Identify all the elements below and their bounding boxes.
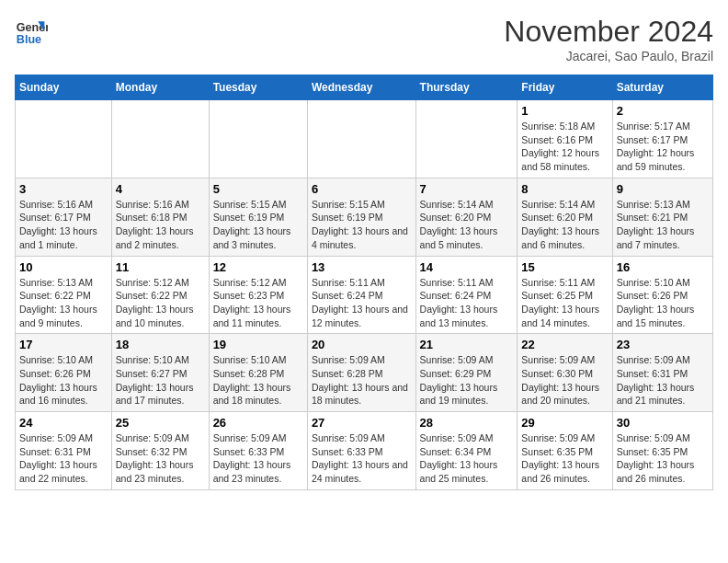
calendar-table: SundayMondayTuesdayWednesdayThursdayFrid… bbox=[15, 75, 713, 490]
day-cell: 8Sunrise: 5:14 AM Sunset: 6:20 PM Daylig… bbox=[518, 178, 612, 256]
col-header-saturday: Saturday bbox=[612, 75, 712, 100]
day-number: 28 bbox=[420, 416, 514, 430]
day-cell: 3Sunrise: 5:16 AM Sunset: 6:17 PM Daylig… bbox=[16, 178, 112, 256]
day-info: Sunrise: 5:14 AM Sunset: 6:20 PM Dayligh… bbox=[420, 198, 514, 252]
day-number: 30 bbox=[617, 416, 709, 430]
day-cell: 13Sunrise: 5:11 AM Sunset: 6:24 PM Dayli… bbox=[307, 256, 415, 334]
day-number: 1 bbox=[521, 104, 608, 118]
day-cell bbox=[209, 100, 307, 178]
day-cell: 28Sunrise: 5:09 AM Sunset: 6:34 PM Dayli… bbox=[415, 412, 518, 490]
day-number: 24 bbox=[19, 416, 108, 430]
day-number: 26 bbox=[213, 416, 303, 430]
day-info: Sunrise: 5:10 AM Sunset: 6:26 PM Dayligh… bbox=[19, 353, 108, 408]
day-number: 21 bbox=[420, 338, 514, 351]
day-cell: 29Sunrise: 5:09 AM Sunset: 6:35 PM Dayli… bbox=[518, 412, 612, 490]
day-info: Sunrise: 5:10 AM Sunset: 6:26 PM Dayligh… bbox=[617, 276, 709, 330]
day-info: Sunrise: 5:09 AM Sunset: 6:28 PM Dayligh… bbox=[312, 353, 412, 408]
day-number: 11 bbox=[116, 260, 205, 274]
day-info: Sunrise: 5:11 AM Sunset: 6:25 PM Dayligh… bbox=[521, 276, 608, 330]
day-cell: 25Sunrise: 5:09 AM Sunset: 6:32 PM Dayli… bbox=[111, 412, 209, 490]
day-cell: 5Sunrise: 5:15 AM Sunset: 6:19 PM Daylig… bbox=[209, 178, 307, 256]
day-cell: 15Sunrise: 5:11 AM Sunset: 6:25 PM Dayli… bbox=[518, 256, 612, 334]
day-number: 3 bbox=[19, 182, 108, 196]
calendar-body: 1Sunrise: 5:18 AM Sunset: 6:16 PM Daylig… bbox=[16, 100, 713, 490]
day-number: 12 bbox=[213, 260, 303, 274]
day-number: 23 bbox=[617, 338, 709, 351]
day-cell: 20Sunrise: 5:09 AM Sunset: 6:28 PM Dayli… bbox=[307, 334, 415, 412]
day-cell: 9Sunrise: 5:13 AM Sunset: 6:21 PM Daylig… bbox=[612, 178, 712, 256]
col-header-friday: Friday bbox=[518, 75, 612, 100]
calendar-header-row: SundayMondayTuesdayWednesdayThursdayFrid… bbox=[16, 75, 713, 100]
day-info: Sunrise: 5:18 AM Sunset: 6:16 PM Dayligh… bbox=[521, 120, 608, 174]
location-subtitle: Jacarei, Sao Paulo, Brazil bbox=[504, 49, 713, 63]
day-number: 25 bbox=[116, 416, 205, 430]
day-number: 20 bbox=[312, 338, 412, 351]
week-row-2: 10Sunrise: 5:13 AM Sunset: 6:22 PM Dayli… bbox=[16, 256, 713, 334]
day-cell: 24Sunrise: 5:09 AM Sunset: 6:31 PM Dayli… bbox=[16, 412, 112, 490]
day-cell: 30Sunrise: 5:09 AM Sunset: 6:35 PM Dayli… bbox=[612, 412, 712, 490]
month-title: November 2024 bbox=[504, 15, 713, 49]
day-info: Sunrise: 5:12 AM Sunset: 6:22 PM Dayligh… bbox=[116, 276, 205, 330]
day-info: Sunrise: 5:10 AM Sunset: 6:28 PM Dayligh… bbox=[213, 353, 303, 408]
day-cell: 19Sunrise: 5:10 AM Sunset: 6:28 PM Dayli… bbox=[209, 334, 307, 412]
day-info: Sunrise: 5:15 AM Sunset: 6:19 PM Dayligh… bbox=[312, 198, 412, 252]
col-header-tuesday: Tuesday bbox=[209, 75, 307, 100]
day-cell: 26Sunrise: 5:09 AM Sunset: 6:33 PM Dayli… bbox=[209, 412, 307, 490]
day-info: Sunrise: 5:10 AM Sunset: 6:27 PM Dayligh… bbox=[116, 353, 205, 408]
day-number: 27 bbox=[312, 416, 412, 430]
week-row-3: 17Sunrise: 5:10 AM Sunset: 6:26 PM Dayli… bbox=[16, 334, 713, 412]
day-info: Sunrise: 5:09 AM Sunset: 6:31 PM Dayligh… bbox=[617, 353, 709, 408]
day-cell: 6Sunrise: 5:15 AM Sunset: 6:19 PM Daylig… bbox=[307, 178, 415, 256]
day-number: 19 bbox=[213, 338, 303, 351]
day-number: 7 bbox=[420, 182, 514, 196]
day-info: Sunrise: 5:09 AM Sunset: 6:34 PM Dayligh… bbox=[420, 431, 514, 486]
logo: General Blue bbox=[15, 15, 48, 48]
col-header-wednesday: Wednesday bbox=[307, 75, 415, 100]
day-cell bbox=[16, 100, 112, 178]
day-number: 4 bbox=[116, 182, 205, 196]
day-cell bbox=[415, 100, 518, 178]
day-number: 10 bbox=[19, 260, 108, 274]
week-row-1: 3Sunrise: 5:16 AM Sunset: 6:17 PM Daylig… bbox=[16, 178, 713, 256]
day-cell: 2Sunrise: 5:17 AM Sunset: 6:17 PM Daylig… bbox=[612, 100, 712, 178]
day-number: 14 bbox=[420, 260, 514, 274]
day-cell bbox=[111, 100, 209, 178]
day-info: Sunrise: 5:15 AM Sunset: 6:19 PM Dayligh… bbox=[213, 198, 303, 252]
day-info: Sunrise: 5:13 AM Sunset: 6:22 PM Dayligh… bbox=[19, 276, 108, 330]
day-info: Sunrise: 5:09 AM Sunset: 6:29 PM Dayligh… bbox=[420, 353, 514, 408]
day-cell: 27Sunrise: 5:09 AM Sunset: 6:33 PM Dayli… bbox=[307, 412, 415, 490]
day-cell: 16Sunrise: 5:10 AM Sunset: 6:26 PM Dayli… bbox=[612, 256, 712, 334]
day-info: Sunrise: 5:11 AM Sunset: 6:24 PM Dayligh… bbox=[312, 276, 412, 330]
col-header-monday: Monday bbox=[111, 75, 209, 100]
day-number: 9 bbox=[617, 182, 709, 196]
day-info: Sunrise: 5:09 AM Sunset: 6:33 PM Dayligh… bbox=[213, 431, 303, 486]
day-info: Sunrise: 5:17 AM Sunset: 6:17 PM Dayligh… bbox=[617, 120, 709, 174]
day-cell: 14Sunrise: 5:11 AM Sunset: 6:24 PM Dayli… bbox=[415, 256, 518, 334]
day-info: Sunrise: 5:13 AM Sunset: 6:21 PM Dayligh… bbox=[617, 198, 709, 252]
day-number: 13 bbox=[312, 260, 412, 274]
day-info: Sunrise: 5:09 AM Sunset: 6:31 PM Dayligh… bbox=[19, 431, 108, 486]
day-info: Sunrise: 5:16 AM Sunset: 6:17 PM Dayligh… bbox=[19, 198, 108, 252]
day-number: 29 bbox=[521, 416, 608, 430]
day-cell: 21Sunrise: 5:09 AM Sunset: 6:29 PM Dayli… bbox=[415, 334, 518, 412]
day-number: 16 bbox=[617, 260, 709, 274]
day-info: Sunrise: 5:09 AM Sunset: 6:35 PM Dayligh… bbox=[521, 431, 608, 486]
week-row-0: 1Sunrise: 5:18 AM Sunset: 6:16 PM Daylig… bbox=[16, 100, 713, 178]
day-info: Sunrise: 5:12 AM Sunset: 6:23 PM Dayligh… bbox=[213, 276, 303, 330]
header: General Blue November 2024 Jacarei, Sao … bbox=[15, 15, 713, 63]
day-cell: 1Sunrise: 5:18 AM Sunset: 6:16 PM Daylig… bbox=[518, 100, 612, 178]
day-cell: 22Sunrise: 5:09 AM Sunset: 6:30 PM Dayli… bbox=[518, 334, 612, 412]
svg-text:Blue: Blue bbox=[17, 33, 41, 46]
day-info: Sunrise: 5:14 AM Sunset: 6:20 PM Dayligh… bbox=[521, 198, 608, 252]
day-cell: 18Sunrise: 5:10 AM Sunset: 6:27 PM Dayli… bbox=[111, 334, 209, 412]
day-cell: 12Sunrise: 5:12 AM Sunset: 6:23 PM Dayli… bbox=[209, 256, 307, 334]
day-cell: 17Sunrise: 5:10 AM Sunset: 6:26 PM Dayli… bbox=[16, 334, 112, 412]
day-cell: 10Sunrise: 5:13 AM Sunset: 6:22 PM Dayli… bbox=[16, 256, 112, 334]
col-header-thursday: Thursday bbox=[415, 75, 518, 100]
week-row-4: 24Sunrise: 5:09 AM Sunset: 6:31 PM Dayli… bbox=[16, 412, 713, 490]
day-cell: 11Sunrise: 5:12 AM Sunset: 6:22 PM Dayli… bbox=[111, 256, 209, 334]
logo-icon: General Blue bbox=[15, 15, 48, 48]
day-number: 22 bbox=[521, 338, 608, 351]
day-cell bbox=[307, 100, 415, 178]
day-number: 5 bbox=[213, 182, 303, 196]
